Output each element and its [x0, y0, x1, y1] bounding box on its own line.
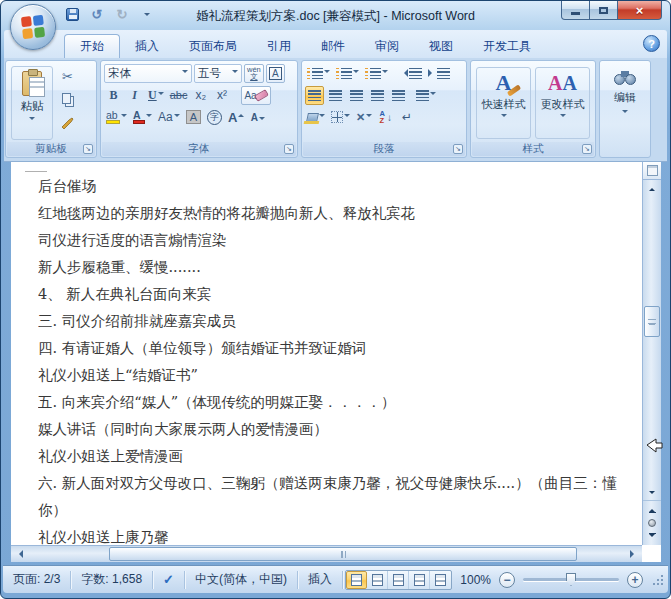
- change-case-button[interactable]: Aa: [156, 108, 182, 127]
- cut-button[interactable]: ✂: [58, 67, 77, 86]
- numbering-button[interactable]: [334, 64, 361, 83]
- styles-group-label[interactable]: 样式 ↘: [472, 142, 594, 156]
- font-size-combo[interactable]: 五号: [194, 64, 242, 83]
- increase-indent-button[interactable]: [426, 64, 452, 83]
- italic-button[interactable]: I: [125, 86, 144, 105]
- line-spacing-icon: [416, 90, 429, 101]
- paragraph-group-label[interactable]: 段落 ↘: [303, 142, 465, 156]
- help-button[interactable]: ?: [643, 35, 660, 52]
- tab-mailings[interactable]: 邮件: [306, 34, 360, 58]
- word-count[interactable]: 字数: 1,658: [71, 571, 153, 589]
- vertical-scroll-thumb[interactable]: [644, 306, 660, 337]
- tab-view[interactable]: 视图: [414, 34, 468, 58]
- line-spacing-button[interactable]: [414, 86, 438, 105]
- fullscreen-reading-view-button[interactable]: [367, 571, 388, 589]
- zoom-slider-handle[interactable]: [566, 573, 576, 586]
- clipboard-small-buttons: ✂: [58, 67, 77, 132]
- justify-button[interactable]: [368, 86, 387, 105]
- view-ruler-button[interactable]: [643, 162, 661, 180]
- multilevel-list-button[interactable]: [363, 64, 390, 83]
- tab-developer[interactable]: 开发工具: [468, 34, 546, 58]
- tab-page-layout[interactable]: 页面布局: [174, 34, 252, 58]
- ribbon-group-clipboard: 粘贴 ✂ 剪贴板 ↘: [5, 60, 97, 158]
- tab-insert[interactable]: 插入: [120, 34, 174, 58]
- character-shading-button[interactable]: A: [184, 108, 203, 127]
- text-highlight-button[interactable]: ab: [104, 108, 129, 127]
- document-page[interactable]: 后台催场 红地毯两边的亲朋好友热情的将花瓣抛向新人、释放礼宾花 司仪进行适度的语…: [11, 162, 642, 545]
- dialog-launcher-icon[interactable]: ↘: [83, 144, 93, 154]
- ruler-icon: [647, 165, 658, 176]
- page-indicator[interactable]: 页面: 2/3: [3, 571, 71, 589]
- strikethrough-button[interactable]: abc: [168, 86, 190, 105]
- font-name-combo[interactable]: 宋体: [104, 64, 192, 83]
- undo-button[interactable]: ↺: [88, 6, 106, 23]
- vertical-scrollbar[interactable]: [642, 162, 661, 545]
- ribbon-group-edit[interactable]: 编辑: [599, 60, 651, 158]
- distribute-button[interactable]: [389, 86, 408, 105]
- grow-font-button[interactable]: A: [226, 108, 246, 127]
- draft-view-button[interactable]: [430, 571, 451, 589]
- sort-button[interactable]: AZ ↓: [376, 108, 395, 127]
- clear-formatting-button[interactable]: Aa: [241, 86, 270, 105]
- asian-layout-button[interactable]: ✕: [354, 108, 374, 127]
- save-button[interactable]: [63, 6, 81, 23]
- font-group-label[interactable]: 字体 ↘: [102, 142, 296, 156]
- underline-button[interactable]: U: [146, 86, 166, 105]
- customize-qat-button[interactable]: [138, 6, 156, 23]
- resize-grip[interactable]: [651, 573, 664, 586]
- character-border-button[interactable]: A: [266, 64, 285, 83]
- zoom-level[interactable]: 100%: [460, 573, 491, 587]
- zoom-slider[interactable]: [523, 578, 619, 581]
- print-layout-view-button[interactable]: [346, 571, 367, 589]
- align-left-button[interactable]: [305, 86, 324, 105]
- subscript-button[interactable]: x₂: [191, 86, 210, 105]
- show-formatting-marks-button[interactable]: ↵: [397, 108, 416, 127]
- outline-view-button[interactable]: [409, 571, 430, 589]
- enclose-characters-button[interactable]: 字: [205, 108, 224, 127]
- tab-references[interactable]: 引用: [252, 34, 306, 58]
- tab-review[interactable]: 审阅: [360, 34, 414, 58]
- next-page-button[interactable]: [645, 530, 660, 543]
- superscript-button[interactable]: x²: [212, 86, 231, 105]
- scroll-up-button[interactable]: [643, 180, 661, 196]
- horizontal-scrollbar[interactable]: [11, 545, 642, 562]
- borders-button[interactable]: [329, 108, 352, 127]
- clipboard-group-label[interactable]: 剪贴板 ↘: [7, 142, 95, 156]
- font-color-button[interactable]: A: [131, 108, 154, 127]
- dialog-launcher-icon[interactable]: ↘: [582, 144, 592, 154]
- title-bar[interactable]: 婚礼流程策划方案.doc [兼容模式] - Microsoft Word ↺ ↻…: [1, 1, 670, 30]
- language-indicator[interactable]: 中文(简体，中国): [185, 571, 298, 589]
- previous-page-button[interactable]: [645, 503, 660, 516]
- scroll-left-button[interactable]: [11, 546, 27, 562]
- shading-button[interactable]: [305, 108, 327, 127]
- select-browse-object-button[interactable]: [648, 519, 656, 527]
- bullets-button[interactable]: [305, 64, 332, 83]
- insert-mode-indicator[interactable]: 插入: [298, 571, 343, 589]
- decrease-indent-button[interactable]: [398, 64, 424, 83]
- redo-button[interactable]: ↻: [113, 6, 131, 23]
- copy-button[interactable]: [58, 90, 77, 109]
- format-painter-button[interactable]: [58, 113, 77, 132]
- change-styles-button[interactable]: AA 更改样式: [535, 67, 590, 139]
- tab-home[interactable]: 开始: [64, 34, 120, 58]
- maximize-button[interactable]: [590, 1, 617, 20]
- shrink-font-button[interactable]: A: [248, 108, 267, 127]
- quick-styles-button[interactable]: A 快速样式: [476, 67, 531, 139]
- scroll-right-button[interactable]: [626, 546, 642, 562]
- spellcheck-status[interactable]: ✓: [153, 571, 185, 589]
- dialog-launcher-icon[interactable]: ↘: [453, 144, 463, 154]
- zoom-in-button[interactable]: +: [627, 572, 643, 588]
- dialog-launcher-icon[interactable]: ↘: [284, 144, 294, 154]
- zoom-out-button[interactable]: −: [499, 572, 515, 588]
- phonetic-guide-button[interactable]: wén文: [244, 64, 264, 83]
- horizontal-scroll-thumb[interactable]: [109, 547, 577, 561]
- asian-layout-icon: ✕: [356, 111, 365, 124]
- bold-button[interactable]: B: [104, 86, 123, 105]
- office-button[interactable]: [10, 4, 56, 50]
- web-layout-view-button[interactable]: [388, 571, 409, 589]
- minimize-button[interactable]: [561, 1, 590, 20]
- close-button[interactable]: ×: [617, 1, 662, 20]
- align-right-button[interactable]: [347, 86, 366, 105]
- align-center-button[interactable]: [326, 86, 345, 105]
- paste-button[interactable]: 粘贴: [11, 66, 53, 140]
